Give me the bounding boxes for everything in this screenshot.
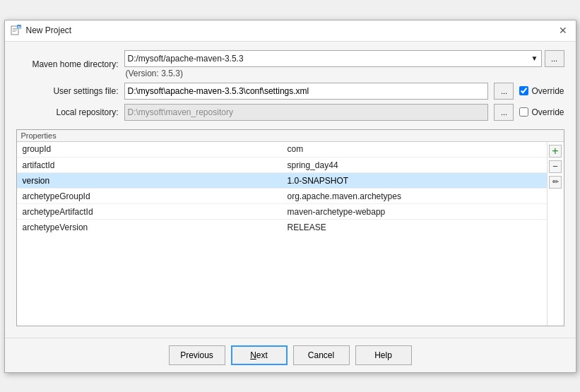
properties-sidebar: + − ✏ [547,142,564,326]
table-row[interactable]: archetypeVersion RELEASE [17,220,547,235]
svg-rect-1 [13,28,17,29]
user-settings-row: User settings file: ... Override [16,83,564,100]
local-repo-label: Local repository: [16,107,119,117]
local-repo-input [124,104,489,121]
user-settings-label: User settings file: [16,86,119,96]
table-row[interactable]: archetypeGroupId org.apache.maven.archet… [17,189,547,204]
maven-home-row: Maven home directory: D:/mysoft/apache-m… [16,50,564,78]
previous-button[interactable]: Previous [169,345,225,365]
new-project-dialog: N New Project ✕ Maven home directory: D:… [4,20,576,373]
properties-title: Properties [17,130,564,142]
dialog-footer: Previous Next Cancel Help [5,338,576,372]
property-key: archetypeGroupId [17,189,282,204]
maven-version-text: (Version: 3.5.3) [124,69,564,78]
properties-container: groupId com artifactId spring_day44 vers… [17,142,564,326]
property-value: org.apache.maven.archetypes [282,189,547,204]
svg-text:N: N [18,25,20,30]
user-settings-input[interactable] [124,83,489,100]
local-repo-override-label: Override [531,107,564,117]
property-value: 1.0-SNAPSHOT [282,173,547,189]
table-row[interactable]: version 1.0-SNAPSHOT [17,173,547,189]
local-repo-row: Local repository: ... Override [16,104,564,121]
maven-home-label: Maven home directory: [16,59,119,69]
maven-home-browse-button[interactable]: ... [545,50,564,67]
dialog-title: New Project [26,25,72,35]
properties-section: Properties groupId com artifactId spring… [16,129,564,326]
add-property-button[interactable]: + [549,145,562,158]
new-project-icon: N [11,25,22,36]
property-key: archetypeArtifactId [17,204,282,220]
remove-property-button[interactable]: − [549,160,562,173]
property-key: archetypeVersion [17,220,282,235]
property-key: groupId [17,142,282,158]
cancel-button[interactable]: Cancel [293,345,350,365]
maven-home-value: D:/mysoft/apache-maven-3.5.3 [128,54,244,64]
property-value: maven-archetype-webapp [282,204,547,220]
maven-home-dropdown[interactable]: D:/mysoft/apache-maven-3.5.3 ▼ [124,50,542,67]
svg-rect-3 [13,31,16,32]
user-settings-override-group: Override [519,86,564,96]
local-repo-override-checkbox[interactable] [519,107,528,117]
property-value: RELEASE [282,220,547,235]
maven-home-input-group: D:/mysoft/apache-maven-3.5.3 ▼ ... (Vers… [124,50,564,78]
local-repo-browse-button[interactable]: ... [494,104,514,121]
properties-table-wrap[interactable]: groupId com artifactId spring_day44 vers… [17,142,547,326]
help-button[interactable]: Help [355,345,412,365]
svg-rect-2 [13,30,17,30]
properties-table: groupId com artifactId spring_day44 vers… [17,142,547,235]
user-settings-browse-button[interactable]: ... [494,83,514,100]
title-bar-left: N New Project [11,25,72,36]
property-value: com [282,142,547,158]
table-row[interactable]: archetypeArtifactId maven-archetype-weba… [17,204,547,220]
edit-property-button[interactable]: ✏ [549,176,562,189]
property-key: version [17,173,282,189]
user-settings-override-label: Override [531,86,564,96]
table-row[interactable]: artifactId spring_day44 [17,158,547,173]
title-bar: N New Project ✕ [5,20,576,42]
local-repo-override-group: Override [519,107,564,117]
next-button[interactable]: Next [231,345,288,365]
dialog-content: Maven home directory: D:/mysoft/apache-m… [5,42,576,338]
property-key: artifactId [17,158,282,173]
next-button-label: Next [250,350,268,360]
property-value: spring_day44 [282,158,547,173]
close-button[interactable]: ✕ [556,23,570,37]
dropdown-arrow-icon: ▼ [531,54,538,62]
user-settings-override-checkbox[interactable] [519,86,528,95]
table-row[interactable]: groupId com [17,142,547,158]
